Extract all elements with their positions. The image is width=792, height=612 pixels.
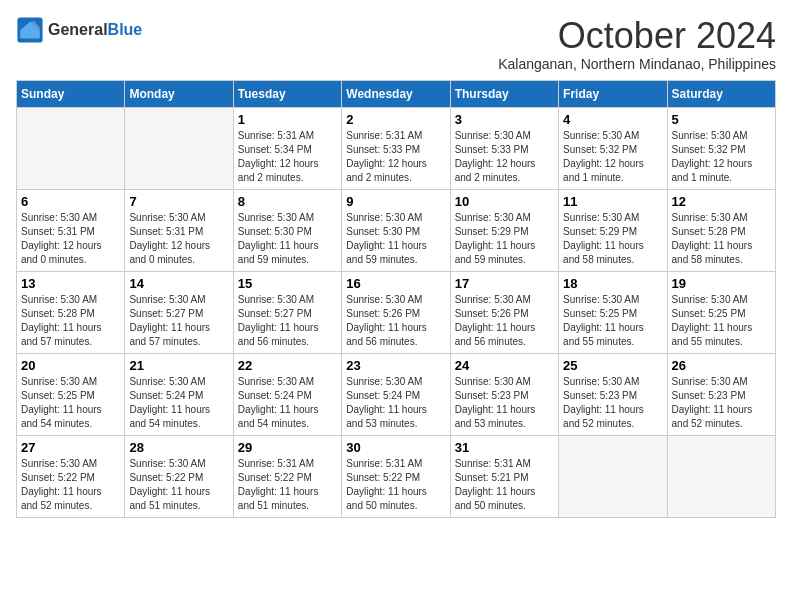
- day-number: 30: [346, 440, 445, 455]
- day-detail: Sunrise: 5:30 AM Sunset: 5:25 PM Dayligh…: [21, 375, 120, 431]
- calendar-cell: 29Sunrise: 5:31 AM Sunset: 5:22 PM Dayli…: [233, 435, 341, 517]
- calendar-cell: 22Sunrise: 5:30 AM Sunset: 5:24 PM Dayli…: [233, 353, 341, 435]
- calendar-cell: 3Sunrise: 5:30 AM Sunset: 5:33 PM Daylig…: [450, 107, 558, 189]
- calendar-cell: 16Sunrise: 5:30 AM Sunset: 5:26 PM Dayli…: [342, 271, 450, 353]
- day-detail: Sunrise: 5:31 AM Sunset: 5:33 PM Dayligh…: [346, 129, 445, 185]
- day-detail: Sunrise: 5:30 AM Sunset: 5:31 PM Dayligh…: [129, 211, 228, 267]
- day-detail: Sunrise: 5:30 AM Sunset: 5:26 PM Dayligh…: [455, 293, 554, 349]
- day-detail: Sunrise: 5:30 AM Sunset: 5:23 PM Dayligh…: [455, 375, 554, 431]
- calendar-cell: 28Sunrise: 5:30 AM Sunset: 5:22 PM Dayli…: [125, 435, 233, 517]
- day-detail: Sunrise: 5:31 AM Sunset: 5:21 PM Dayligh…: [455, 457, 554, 513]
- day-number: 19: [672, 276, 771, 291]
- day-number: 25: [563, 358, 662, 373]
- calendar-cell: 11Sunrise: 5:30 AM Sunset: 5:29 PM Dayli…: [559, 189, 667, 271]
- day-detail: Sunrise: 5:31 AM Sunset: 5:34 PM Dayligh…: [238, 129, 337, 185]
- day-number: 28: [129, 440, 228, 455]
- weekday-header-tuesday: Tuesday: [233, 80, 341, 107]
- day-number: 13: [21, 276, 120, 291]
- day-detail: Sunrise: 5:30 AM Sunset: 5:29 PM Dayligh…: [563, 211, 662, 267]
- calendar-week-row: 20Sunrise: 5:30 AM Sunset: 5:25 PM Dayli…: [17, 353, 776, 435]
- day-number: 11: [563, 194, 662, 209]
- calendar-cell: 8Sunrise: 5:30 AM Sunset: 5:30 PM Daylig…: [233, 189, 341, 271]
- day-detail: Sunrise: 5:30 AM Sunset: 5:30 PM Dayligh…: [346, 211, 445, 267]
- day-number: 27: [21, 440, 120, 455]
- day-number: 15: [238, 276, 337, 291]
- calendar-cell: 17Sunrise: 5:30 AM Sunset: 5:26 PM Dayli…: [450, 271, 558, 353]
- day-number: 17: [455, 276, 554, 291]
- day-number: 20: [21, 358, 120, 373]
- day-detail: Sunrise: 5:30 AM Sunset: 5:24 PM Dayligh…: [129, 375, 228, 431]
- day-detail: Sunrise: 5:30 AM Sunset: 5:33 PM Dayligh…: [455, 129, 554, 185]
- calendar-week-row: 6Sunrise: 5:30 AM Sunset: 5:31 PM Daylig…: [17, 189, 776, 271]
- day-detail: Sunrise: 5:30 AM Sunset: 5:32 PM Dayligh…: [563, 129, 662, 185]
- calendar-cell: 24Sunrise: 5:30 AM Sunset: 5:23 PM Dayli…: [450, 353, 558, 435]
- calendar-table: SundayMondayTuesdayWednesdayThursdayFrid…: [16, 80, 776, 518]
- day-number: 4: [563, 112, 662, 127]
- day-number: 12: [672, 194, 771, 209]
- day-detail: Sunrise: 5:30 AM Sunset: 5:27 PM Dayligh…: [238, 293, 337, 349]
- day-detail: Sunrise: 5:30 AM Sunset: 5:28 PM Dayligh…: [672, 211, 771, 267]
- day-detail: Sunrise: 5:30 AM Sunset: 5:24 PM Dayligh…: [238, 375, 337, 431]
- calendar-cell: 27Sunrise: 5:30 AM Sunset: 5:22 PM Dayli…: [17, 435, 125, 517]
- calendar-week-row: 27Sunrise: 5:30 AM Sunset: 5:22 PM Dayli…: [17, 435, 776, 517]
- calendar-cell: 25Sunrise: 5:30 AM Sunset: 5:23 PM Dayli…: [559, 353, 667, 435]
- day-detail: Sunrise: 5:30 AM Sunset: 5:30 PM Dayligh…: [238, 211, 337, 267]
- day-detail: Sunrise: 5:30 AM Sunset: 5:31 PM Dayligh…: [21, 211, 120, 267]
- calendar-cell: 4Sunrise: 5:30 AM Sunset: 5:32 PM Daylig…: [559, 107, 667, 189]
- day-detail: Sunrise: 5:30 AM Sunset: 5:27 PM Dayligh…: [129, 293, 228, 349]
- day-number: 31: [455, 440, 554, 455]
- day-number: 14: [129, 276, 228, 291]
- calendar-cell: 15Sunrise: 5:30 AM Sunset: 5:27 PM Dayli…: [233, 271, 341, 353]
- day-number: 21: [129, 358, 228, 373]
- day-detail: Sunrise: 5:30 AM Sunset: 5:22 PM Dayligh…: [21, 457, 120, 513]
- calendar-cell: 19Sunrise: 5:30 AM Sunset: 5:25 PM Dayli…: [667, 271, 775, 353]
- calendar-cell: 26Sunrise: 5:30 AM Sunset: 5:23 PM Dayli…: [667, 353, 775, 435]
- logo-icon: [16, 16, 44, 44]
- calendar-cell: 14Sunrise: 5:30 AM Sunset: 5:27 PM Dayli…: [125, 271, 233, 353]
- day-detail: Sunrise: 5:31 AM Sunset: 5:22 PM Dayligh…: [238, 457, 337, 513]
- calendar-cell: [667, 435, 775, 517]
- day-number: 9: [346, 194, 445, 209]
- day-detail: Sunrise: 5:30 AM Sunset: 5:25 PM Dayligh…: [563, 293, 662, 349]
- day-detail: Sunrise: 5:30 AM Sunset: 5:23 PM Dayligh…: [672, 375, 771, 431]
- calendar-cell: 31Sunrise: 5:31 AM Sunset: 5:21 PM Dayli…: [450, 435, 558, 517]
- page-header: GeneralBlue October 2024 Kalanganan, Nor…: [16, 16, 776, 72]
- month-title: October 2024: [498, 16, 776, 56]
- calendar-cell: 1Sunrise: 5:31 AM Sunset: 5:34 PM Daylig…: [233, 107, 341, 189]
- day-number: 16: [346, 276, 445, 291]
- calendar-week-row: 1Sunrise: 5:31 AM Sunset: 5:34 PM Daylig…: [17, 107, 776, 189]
- day-number: 5: [672, 112, 771, 127]
- calendar-cell: 20Sunrise: 5:30 AM Sunset: 5:25 PM Dayli…: [17, 353, 125, 435]
- weekday-header-row: SundayMondayTuesdayWednesdayThursdayFrid…: [17, 80, 776, 107]
- title-block: October 2024 Kalanganan, Northern Mindan…: [498, 16, 776, 72]
- location-title: Kalanganan, Northern Mindanao, Philippin…: [498, 56, 776, 72]
- day-number: 24: [455, 358, 554, 373]
- day-detail: Sunrise: 5:31 AM Sunset: 5:22 PM Dayligh…: [346, 457, 445, 513]
- weekday-header-monday: Monday: [125, 80, 233, 107]
- day-detail: Sunrise: 5:30 AM Sunset: 5:25 PM Dayligh…: [672, 293, 771, 349]
- day-detail: Sunrise: 5:30 AM Sunset: 5:28 PM Dayligh…: [21, 293, 120, 349]
- calendar-cell: 5Sunrise: 5:30 AM Sunset: 5:32 PM Daylig…: [667, 107, 775, 189]
- day-detail: Sunrise: 5:30 AM Sunset: 5:29 PM Dayligh…: [455, 211, 554, 267]
- calendar-cell: 7Sunrise: 5:30 AM Sunset: 5:31 PM Daylig…: [125, 189, 233, 271]
- calendar-cell: 30Sunrise: 5:31 AM Sunset: 5:22 PM Dayli…: [342, 435, 450, 517]
- day-detail: Sunrise: 5:30 AM Sunset: 5:23 PM Dayligh…: [563, 375, 662, 431]
- logo: GeneralBlue: [16, 16, 142, 44]
- weekday-header-saturday: Saturday: [667, 80, 775, 107]
- calendar-cell: 2Sunrise: 5:31 AM Sunset: 5:33 PM Daylig…: [342, 107, 450, 189]
- day-number: 8: [238, 194, 337, 209]
- weekday-header-sunday: Sunday: [17, 80, 125, 107]
- day-number: 10: [455, 194, 554, 209]
- calendar-cell: 21Sunrise: 5:30 AM Sunset: 5:24 PM Dayli…: [125, 353, 233, 435]
- day-detail: Sunrise: 5:30 AM Sunset: 5:26 PM Dayligh…: [346, 293, 445, 349]
- calendar-cell: 9Sunrise: 5:30 AM Sunset: 5:30 PM Daylig…: [342, 189, 450, 271]
- day-detail: Sunrise: 5:30 AM Sunset: 5:24 PM Dayligh…: [346, 375, 445, 431]
- calendar-cell: 23Sunrise: 5:30 AM Sunset: 5:24 PM Dayli…: [342, 353, 450, 435]
- calendar-cell: [559, 435, 667, 517]
- day-detail: Sunrise: 5:30 AM Sunset: 5:32 PM Dayligh…: [672, 129, 771, 185]
- weekday-header-thursday: Thursday: [450, 80, 558, 107]
- day-number: 2: [346, 112, 445, 127]
- calendar-cell: 18Sunrise: 5:30 AM Sunset: 5:25 PM Dayli…: [559, 271, 667, 353]
- weekday-header-wednesday: Wednesday: [342, 80, 450, 107]
- day-number: 3: [455, 112, 554, 127]
